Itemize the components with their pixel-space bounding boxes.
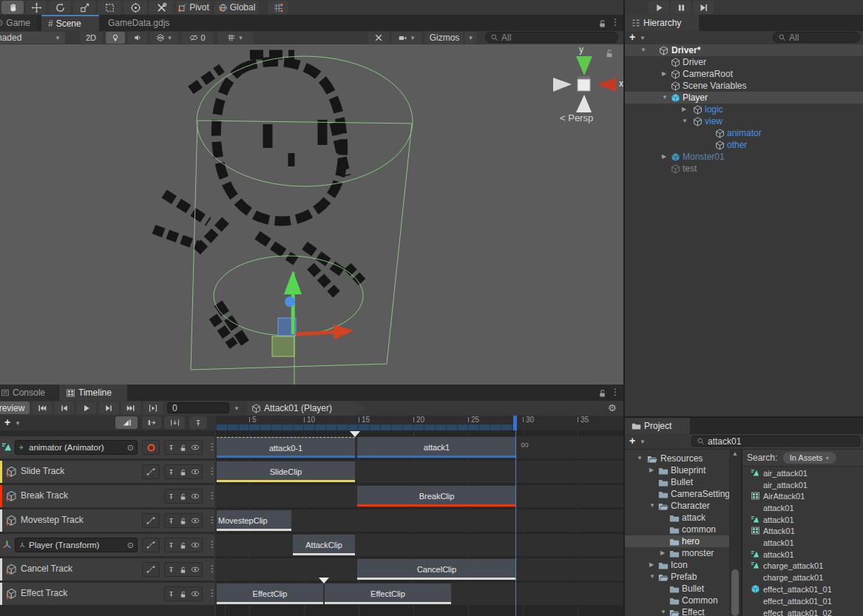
scene-viewport[interactable]: y x < Persp bbox=[0, 44, 623, 385]
folder-tree-scrollbar[interactable]: ▲ bbox=[729, 450, 741, 616]
track-toggle-group[interactable] bbox=[164, 440, 203, 455]
tab-game[interactable]: Game bbox=[0, 15, 37, 31]
track-menu-icon[interactable]: ⋮ bbox=[208, 441, 217, 452]
folder-effect[interactable]: ▼ Effect bbox=[625, 606, 741, 616]
result-item[interactable]: charge_attack01 bbox=[742, 560, 862, 571]
rect-tool-button[interactable] bbox=[98, 1, 121, 14]
scene-search-field[interactable]: All bbox=[485, 32, 618, 43]
hierarchy-item-logic[interactable]: ▶ logic bbox=[625, 104, 863, 115]
expander-icon[interactable]: ▼ bbox=[637, 455, 643, 461]
clip-effect-1[interactable]: EffectClip bbox=[217, 583, 323, 604]
expander-icon[interactable]: ▶ bbox=[682, 106, 686, 112]
tab-hierarchy[interactable]: Hierarchy bbox=[625, 15, 699, 31]
track-break[interactable]: Break Track ⋮ bbox=[0, 485, 214, 507]
folder-camerasetting[interactable]: CameraSetting bbox=[625, 488, 741, 500]
track-toggle-group[interactable] bbox=[164, 538, 203, 552]
track-toggle-group[interactable] bbox=[164, 513, 203, 528]
clip-movestep[interactable]: MovestepClip bbox=[217, 510, 291, 531]
prev-frame-button[interactable] bbox=[55, 402, 74, 414]
edit-markers-button[interactable] bbox=[189, 416, 207, 429]
clip-attack0-1[interactable]: attack0-1 bbox=[217, 437, 355, 458]
hierarchy-item-scene-variables[interactable]: Scene Variables bbox=[625, 80, 863, 92]
result-item[interactable]: attack01 bbox=[742, 514, 862, 525]
result-item[interactable]: Attack01 bbox=[742, 525, 862, 536]
track-toggle-group[interactable] bbox=[164, 586, 203, 601]
hierarchy-item-driver[interactable]: Driver bbox=[625, 56, 863, 68]
timeline-panel-lock-icon[interactable] bbox=[598, 388, 607, 398]
curves-button[interactable] bbox=[142, 464, 160, 479]
custom-tools-button[interactable] bbox=[149, 1, 173, 14]
gizmos-dropdown[interactable]: Gizmos ▼ bbox=[425, 32, 480, 44]
transform-tool-button[interactable] bbox=[123, 1, 147, 14]
result-item[interactable]: attack01 bbox=[742, 502, 862, 513]
object-picker-icon[interactable]: ⊙ bbox=[127, 541, 134, 550]
folder-hero[interactable]: hero bbox=[625, 535, 741, 547]
track-toggle-group[interactable] bbox=[164, 464, 203, 479]
tab-timeline[interactable]: Timeline bbox=[59, 385, 127, 401]
result-item[interactable]: AirAttack01 bbox=[742, 490, 862, 501]
mix-mode-button[interactable] bbox=[115, 416, 138, 429]
pause-button[interactable] bbox=[671, 1, 691, 14]
result-item[interactable]: attack01 bbox=[742, 537, 862, 548]
track-menu-icon[interactable]: ⋮ bbox=[208, 539, 217, 549]
add-track-dropdown-icon[interactable]: ▼ bbox=[15, 420, 21, 427]
object-picker-icon[interactable]: ⊙ bbox=[127, 443, 134, 453]
scene-panel-lock-icon[interactable] bbox=[598, 18, 607, 28]
hierarchy-item-animator[interactable]: animator bbox=[625, 127, 863, 139]
project-add-dropdown-icon[interactable]: ▼ bbox=[640, 439, 646, 445]
result-item[interactable]: attack01 bbox=[742, 549, 862, 560]
gizmo-axis-y-label[interactable]: y bbox=[579, 44, 583, 55]
tab-project[interactable]: Project bbox=[625, 418, 690, 434]
pivot-toggle-button[interactable]: Pivot bbox=[176, 1, 211, 14]
folder-common[interactable]: common bbox=[625, 524, 741, 535]
clip-end-marker[interactable] bbox=[350, 431, 360, 437]
timeline-panel-menu-icon[interactable]: ⋮ bbox=[611, 387, 620, 397]
scrollbar-up-icon[interactable]: ▲ bbox=[732, 450, 738, 457]
hierarchy-item-test[interactable]: test bbox=[625, 163, 863, 175]
clip-break[interactable]: BreakClip bbox=[357, 486, 516, 507]
folder-prefab-common[interactable]: Common bbox=[625, 595, 741, 606]
hierarchy-search-field[interactable]: All bbox=[773, 32, 860, 43]
curves-button[interactable] bbox=[142, 562, 160, 577]
expander-icon[interactable]: ▼ bbox=[649, 502, 655, 509]
projection-mode-label[interactable]: < Persp bbox=[560, 112, 593, 123]
add-track-button[interactable]: + bbox=[4, 416, 10, 428]
track-menu-icon[interactable]: ⋮ bbox=[208, 563, 217, 574]
shading-mode-dropdown[interactable]: Shaded ▼ bbox=[0, 32, 65, 44]
scrollbar-thumb[interactable] bbox=[731, 569, 739, 616]
track-menu-icon[interactable]: ⋮ bbox=[208, 466, 217, 476]
record-button[interactable] bbox=[142, 440, 160, 455]
scene-tools-button[interactable] bbox=[368, 32, 389, 44]
curves-button[interactable] bbox=[142, 513, 160, 528]
timeline-ruler[interactable]: 5 10 15 20 25 30 35 bbox=[216, 416, 623, 430]
track-menu-icon[interactable]: ⋮ bbox=[208, 490, 217, 501]
play-button[interactable] bbox=[649, 1, 669, 14]
result-item[interactable]: effect_attack01_02 bbox=[742, 607, 862, 616]
scene-audio-button[interactable] bbox=[128, 32, 147, 44]
folder-prefab-bullet[interactable]: Bullet bbox=[625, 583, 741, 595]
tab-gamedata[interactable]: GameData.gdjs bbox=[101, 15, 184, 31]
track-cancel[interactable]: Cancel Track ⋮ bbox=[0, 558, 214, 581]
result-item[interactable]: air_attack01 bbox=[742, 467, 862, 478]
player-object-field[interactable]: Player (Transform) ⊙ bbox=[15, 538, 138, 552]
track-menu-icon[interactable]: ⋮ bbox=[208, 515, 217, 525]
folder-monster[interactable]: ▶ monster bbox=[625, 547, 741, 559]
global-toggle-button[interactable]: Global bbox=[214, 1, 259, 14]
hierarchy-item-scene-driver[interactable]: ▼ Driver* bbox=[625, 44, 863, 56]
clip-attack1[interactable]: attack1 bbox=[357, 437, 516, 458]
result-item[interactable]: charge_attack01 bbox=[742, 572, 862, 583]
tab-scene[interactable]: # Scene bbox=[41, 15, 99, 31]
expander-icon[interactable]: ▼ bbox=[662, 94, 668, 101]
rotate-tool-button[interactable] bbox=[49, 1, 71, 14]
track-toggle-group[interactable] bbox=[164, 562, 203, 577]
scene-camera-dropdown[interactable]: ▼ bbox=[392, 32, 422, 44]
expander-icon[interactable]: ▼ bbox=[682, 118, 688, 124]
search-scope-dropdown[interactable]: In Assets ▼ bbox=[783, 452, 836, 464]
curves-button[interactable] bbox=[142, 538, 160, 552]
track-effect[interactable]: Effect Track ⋮ bbox=[0, 583, 214, 605]
result-item[interactable]: effect_attack01_01 bbox=[742, 595, 862, 606]
hierarchy-item-view[interactable]: ▼ view bbox=[625, 115, 863, 127]
frame-field-dropdown-icon[interactable]: ▼ bbox=[234, 405, 240, 412]
result-item[interactable]: effect_attack01_01 bbox=[742, 583, 862, 595]
timeline-play-button[interactable] bbox=[77, 402, 96, 414]
